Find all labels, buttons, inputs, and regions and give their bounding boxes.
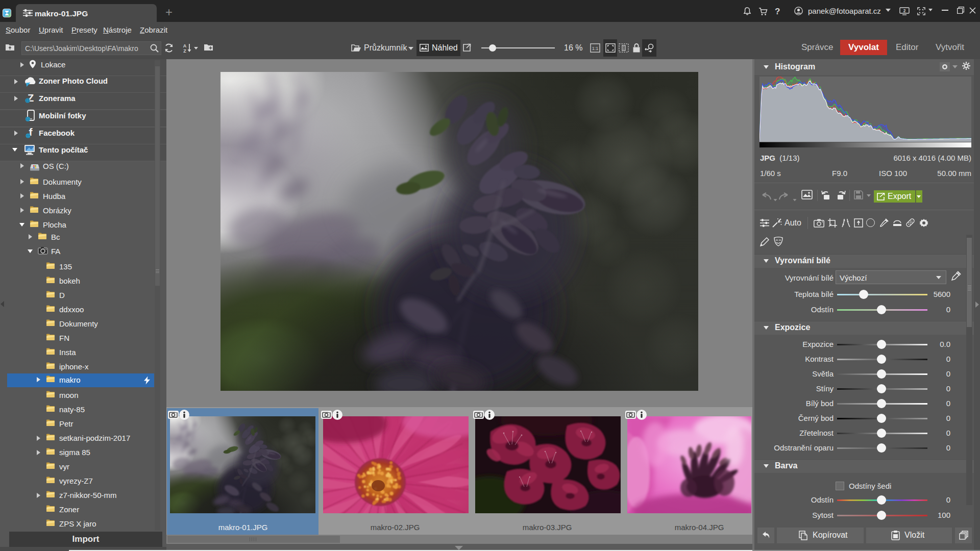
- svg-text:1:1: 1:1: [592, 46, 599, 51]
- svg-text:2: 2: [903, 8, 906, 13]
- svg-text:Z: Z: [183, 48, 186, 53]
- svg-text:A: A: [183, 43, 187, 48]
